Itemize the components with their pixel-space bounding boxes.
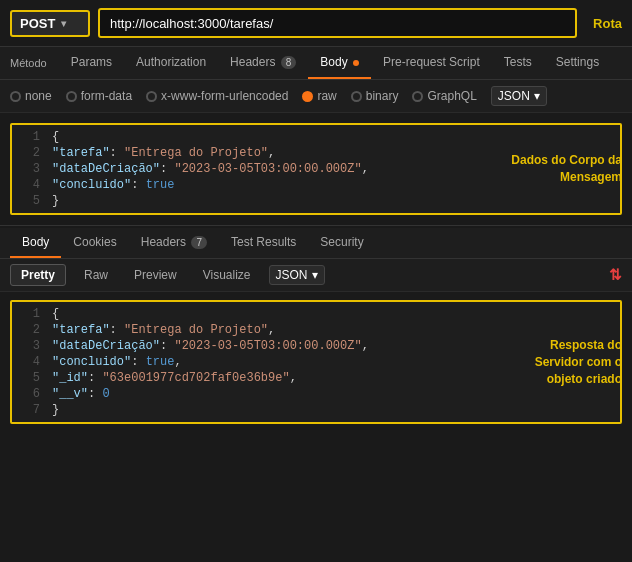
method-select[interactable]: POST ▾ [10,10,90,37]
metodo-label: Método [10,49,47,77]
response-json-select[interactable]: JSON ▾ [269,265,325,285]
preview-button[interactable]: Preview [126,265,185,285]
bottom-body-options: Pretty Raw Preview Visualize JSON ▾ ⇅ [0,259,632,292]
response-code-box: 1 { 2 "tarefa": "Entrega do Projeto", 3 … [10,300,622,424]
json-label: JSON [498,89,530,103]
radio-binary [351,91,362,102]
bottom-tab-test-results[interactable]: Test Results [219,228,308,258]
resp-line-4: 4 "concluido": true, [12,354,620,370]
radio-form-data [66,91,77,102]
tab-settings[interactable]: Settings [544,47,611,79]
top-bar: POST ▾ http://localhost:3000/tarefas/ Ro… [0,0,632,47]
tabs-row: Método Params Authorization Headers 8 Bo… [0,47,632,80]
radio-urlencoded [146,91,157,102]
resp-line-1: 1 { [12,306,620,322]
option-none[interactable]: none [10,89,52,103]
bottom-tab-security[interactable]: Security [308,228,375,258]
tab-pre-request-script[interactable]: Pre-request Script [371,47,492,79]
request-body-section: 1 { 2 "tarefa": "Entrega do Projeto", 3 … [0,113,632,226]
option-graphql[interactable]: GraphQL [412,89,476,103]
tab-body[interactable]: Body [308,47,371,79]
tab-headers[interactable]: Headers 8 [218,47,308,79]
code-line-5: 5 } [12,193,620,209]
option-urlencoded[interactable]: x-www-form-urlencoded [146,89,288,103]
request-code-box[interactable]: 1 { 2 "tarefa": "Entrega do Projeto", 3 … [10,123,622,215]
json-chevron-icon: ▾ [534,89,540,103]
resp-line-5: 5 "_id": "63e001977cd702faf0e36b9e", [12,370,620,386]
method-label: POST [20,16,55,31]
resp-line-7: 7 } [12,402,620,418]
option-raw[interactable]: raw [302,89,336,103]
response-json-label: JSON [276,268,308,282]
body-options-row: none form-data x-www-form-urlencoded raw… [0,80,632,113]
resp-line-2: 2 "tarefa": "Entrega do Projeto", [12,322,620,338]
bottom-panel: Body Cookies Headers 7 Test Results Secu… [0,228,632,432]
chevron-down-icon: ▾ [61,18,66,29]
radio-raw [302,91,313,102]
resp-line-6: 6 "__v": 0 [12,386,620,402]
response-section: 1 { 2 "tarefa": "Entrega do Projeto", 3 … [0,292,632,432]
option-form-data[interactable]: form-data [66,89,132,103]
tab-tests[interactable]: Tests [492,47,544,79]
code-line-1: 1 { [12,129,620,145]
response-json-chevron-icon: ▾ [312,268,318,282]
radio-graphql [412,91,423,102]
json-type-select[interactable]: JSON ▾ [491,86,547,106]
url-bar[interactable]: http://localhost:3000/tarefas/ [98,8,577,38]
tab-authorization[interactable]: Authorization [124,47,218,79]
url-value: http://localhost:3000/tarefas/ [110,16,273,31]
filter-icon[interactable]: ⇅ [609,266,622,284]
resp-line-3: 3 "dataDeCriação": "2023-03-05T03:00:00.… [12,338,620,354]
code-line-4: 4 "concluido": true [12,177,620,193]
rota-label: Rota [593,16,622,31]
bottom-tab-body[interactable]: Body [10,228,61,258]
bottom-tabs-row: Body Cookies Headers 7 Test Results Secu… [0,228,632,259]
pretty-button[interactable]: Pretty [10,264,66,286]
bottom-tab-cookies[interactable]: Cookies [61,228,128,258]
code-line-2: 2 "tarefa": "Entrega do Projeto", [12,145,620,161]
code-line-3: 3 "dataDeCriação": "2023-03-05T03:00:00.… [12,161,620,177]
option-binary[interactable]: binary [351,89,399,103]
tab-params[interactable]: Params [59,47,124,79]
visualize-button[interactable]: Visualize [195,265,259,285]
bottom-tab-headers[interactable]: Headers 7 [129,228,219,258]
radio-none [10,91,21,102]
raw-button[interactable]: Raw [76,265,116,285]
